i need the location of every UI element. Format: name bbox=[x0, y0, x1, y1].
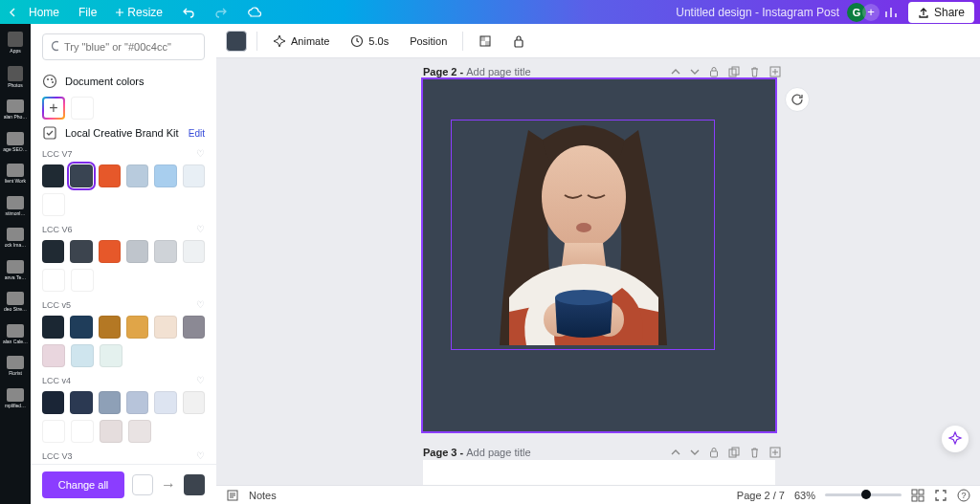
color-swatch[interactable] bbox=[70, 391, 92, 414]
add-collaborator-button[interactable]: + bbox=[862, 4, 880, 21]
page-up-icon[interactable] bbox=[671, 448, 680, 457]
resize-button[interactable]: Resize bbox=[106, 6, 172, 19]
color-swatch[interactable] bbox=[128, 420, 151, 443]
page-lock-icon[interactable] bbox=[709, 447, 719, 458]
color-swatch[interactable] bbox=[42, 240, 64, 263]
color-swatch[interactable] bbox=[100, 344, 122, 367]
rail-folder-5[interactable]: ock Ima… bbox=[0, 228, 31, 249]
ai-assistant-fab[interactable] bbox=[942, 426, 969, 452]
color-swatch[interactable] bbox=[99, 240, 121, 263]
color-swatch[interactable] bbox=[99, 164, 121, 187]
color-swatch[interactable] bbox=[126, 164, 148, 187]
favorite-icon[interactable]: ♡ bbox=[196, 450, 205, 461]
color-swatch[interactable] bbox=[183, 316, 205, 339]
page-down-icon[interactable] bbox=[690, 67, 700, 77]
fullscreen-icon[interactable] bbox=[934, 489, 947, 502]
footer-swatch-from[interactable] bbox=[132, 474, 153, 495]
color-swatch[interactable] bbox=[71, 420, 94, 443]
color-search-input[interactable] bbox=[64, 41, 196, 53]
color-swatch[interactable] bbox=[100, 420, 122, 443]
color-swatch[interactable] bbox=[70, 164, 92, 187]
color-swatch[interactable] bbox=[154, 316, 176, 339]
back-icon[interactable] bbox=[6, 8, 19, 17]
zoom-slider[interactable] bbox=[825, 493, 902, 496]
favorite-icon[interactable]: ♡ bbox=[196, 375, 205, 385]
page-indicator[interactable]: Page 2 / 7 bbox=[737, 490, 785, 501]
rail-folder-8[interactable]: alan Cale… bbox=[0, 324, 31, 345]
notes-button[interactable]: Notes bbox=[249, 490, 277, 501]
favorite-icon[interactable]: ♡ bbox=[196, 224, 205, 234]
rail-folder-7[interactable]: deo Stre… bbox=[0, 292, 31, 313]
color-swatch[interactable] bbox=[42, 269, 65, 292]
undo-button[interactable] bbox=[172, 7, 205, 18]
color-swatch[interactable] bbox=[42, 193, 65, 216]
color-swatch[interactable] bbox=[99, 316, 121, 339]
page-2-label[interactable]: Page 2 - Add page title bbox=[423, 66, 531, 77]
doc-swatch[interactable] bbox=[71, 97, 94, 120]
cloud-sync-icon[interactable] bbox=[237, 7, 272, 18]
color-swatch[interactable] bbox=[71, 344, 94, 367]
color-swatch[interactable] bbox=[183, 164, 205, 187]
transparency-button[interactable] bbox=[473, 31, 498, 52]
rail-folder-3[interactable]: lient Work bbox=[0, 164, 31, 185]
favorite-icon[interactable]: ♡ bbox=[196, 299, 205, 310]
animate-button[interactable]: Animate bbox=[267, 31, 335, 52]
zoom-value[interactable]: 63% bbox=[794, 490, 815, 501]
rail-folder-9[interactable]: Florist bbox=[0, 356, 31, 377]
document-title[interactable]: Untitled design - Instagram Post bbox=[676, 6, 847, 19]
rail-folder-2[interactable]: age SEO… bbox=[0, 132, 31, 153]
rail-folder-1[interactable]: alan Pho… bbox=[0, 99, 31, 121]
color-swatch[interactable] bbox=[183, 391, 205, 414]
color-swatch[interactable] bbox=[126, 316, 148, 339]
share-button[interactable]: Share bbox=[908, 2, 974, 23]
page-add-icon[interactable] bbox=[769, 66, 781, 77]
position-button[interactable]: Position bbox=[404, 32, 453, 51]
page-duplicate-icon[interactable] bbox=[728, 447, 740, 458]
redo-button[interactable] bbox=[205, 7, 237, 18]
color-swatch[interactable] bbox=[154, 240, 176, 263]
favorite-icon[interactable]: ♡ bbox=[196, 148, 205, 159]
color-swatch[interactable] bbox=[99, 391, 121, 414]
page-3-label[interactable]: Page 3 - Add page title bbox=[423, 447, 531, 458]
grid-view-icon[interactable] bbox=[911, 489, 924, 502]
color-swatch[interactable] bbox=[154, 391, 176, 414]
rail-folder-4[interactable]: stimonl… bbox=[0, 196, 31, 217]
color-swatch[interactable] bbox=[42, 316, 64, 339]
color-swatch[interactable] bbox=[42, 164, 64, 187]
color-swatch[interactable] bbox=[42, 391, 64, 414]
insights-icon[interactable] bbox=[880, 6, 902, 19]
refresh-fab[interactable] bbox=[785, 87, 810, 112]
lock-button[interactable] bbox=[507, 31, 530, 52]
page-down-icon[interactable] bbox=[690, 448, 700, 457]
rail-folder-10[interactable]: mplified… bbox=[0, 388, 31, 409]
page-3-artboard[interactable] bbox=[423, 460, 775, 485]
color-search[interactable] bbox=[42, 33, 205, 60]
page-delete-icon[interactable] bbox=[749, 447, 760, 458]
rail-apps[interactable]: Apps bbox=[0, 32, 31, 55]
image-selection[interactable] bbox=[451, 120, 715, 350]
color-swatch[interactable] bbox=[70, 316, 92, 339]
color-swatch[interactable] bbox=[126, 391, 148, 414]
fill-color-swatch[interactable] bbox=[226, 31, 247, 52]
page-up-icon[interactable] bbox=[671, 67, 680, 77]
home-button[interactable]: Home bbox=[19, 6, 69, 19]
color-swatch[interactable] bbox=[71, 269, 94, 292]
page-duplicate-icon[interactable] bbox=[728, 66, 740, 77]
page-delete-icon[interactable] bbox=[749, 66, 760, 77]
footer-swatch-to[interactable] bbox=[184, 474, 205, 495]
notes-icon[interactable] bbox=[226, 489, 239, 502]
duration-button[interactable]: 5.0s bbox=[345, 31, 394, 52]
help-icon[interactable]: ? bbox=[957, 489, 970, 502]
color-swatch[interactable] bbox=[126, 240, 148, 263]
page-lock-icon[interactable] bbox=[709, 66, 719, 77]
edit-brandkit[interactable]: Edit bbox=[189, 128, 205, 139]
color-swatch[interactable] bbox=[183, 240, 205, 263]
change-all-button[interactable]: Change all bbox=[42, 471, 124, 498]
add-color-button[interactable]: + bbox=[42, 97, 65, 120]
color-swatch[interactable] bbox=[70, 240, 92, 263]
color-swatch[interactable] bbox=[154, 164, 176, 187]
rail-folder-6[interactable]: anva Te… bbox=[0, 260, 31, 281]
color-swatch[interactable] bbox=[42, 344, 65, 367]
color-swatch[interactable] bbox=[42, 420, 65, 443]
page-add-icon[interactable] bbox=[769, 447, 781, 458]
